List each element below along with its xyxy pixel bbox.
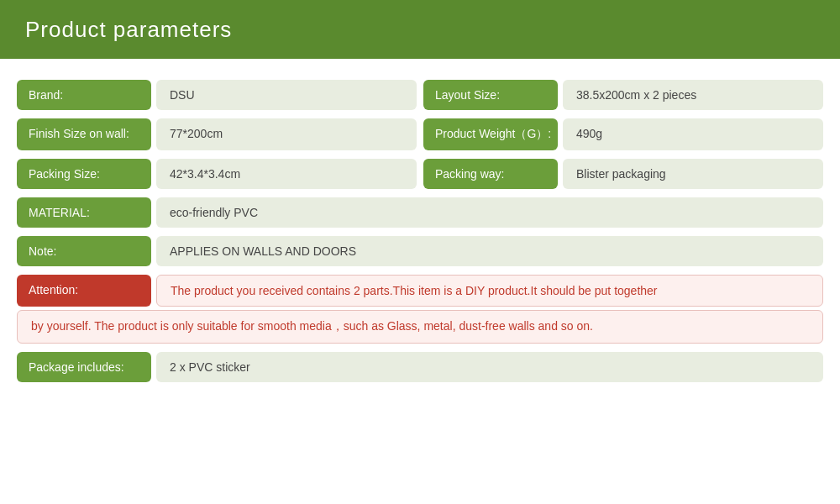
attention-row1: Attention: The product you received cont…	[17, 275, 823, 307]
packing-way-pair: Packing way: Blister packaging	[423, 159, 823, 189]
layout-pair: Layout Size: 38.5x200cm x 2 pieces	[423, 80, 823, 110]
row-finish-weight: Finish Size on wall: 77*200cm Product We…	[17, 118, 823, 150]
attention-value-line1: The product you received contains 2 part…	[156, 275, 823, 307]
material-value: eco-friendly PVC	[156, 197, 823, 228]
packing-size-label: Packing Size:	[17, 159, 151, 189]
finish-pair: Finish Size on wall: 77*200cm	[17, 118, 417, 150]
note-value: APPLIES ON WALLS AND DOORS	[156, 236, 823, 266]
packing-way-value: Blister packaging	[563, 159, 823, 189]
package-label: Package includes:	[17, 352, 151, 382]
row-material: MATERIAL: eco-friendly PVC	[17, 197, 823, 228]
content-area: Brand: DSU Layout Size: 38.5x200cm x 2 p…	[0, 59, 840, 403]
page-title: Product parameters	[25, 17, 232, 43]
finish-value: 77*200cm	[156, 118, 417, 150]
row-attention: Attention: The product you received cont…	[17, 275, 823, 344]
brand-label: Brand:	[17, 80, 151, 110]
brand-value: DSU	[156, 80, 417, 110]
layout-value: 38.5x200cm x 2 pieces	[563, 80, 823, 110]
finish-label: Finish Size on wall:	[17, 118, 151, 150]
weight-value: 490g	[563, 118, 823, 150]
packing-size-value: 42*3.4*3.4cm	[156, 159, 417, 189]
row-package: Package includes: 2 x PVC sticker	[17, 352, 823, 382]
weight-pair: Product Weight（G）: 490g	[423, 118, 823, 150]
attention-value-line2: by yourself. The product is only suitabl…	[17, 310, 823, 344]
attention-label: Attention:	[17, 275, 151, 307]
row-note: Note: APPLIES ON WALLS AND DOORS	[17, 236, 823, 266]
packing-size-pair: Packing Size: 42*3.4*3.4cm	[17, 159, 417, 189]
row-brand-layout: Brand: DSU Layout Size: 38.5x200cm x 2 p…	[17, 80, 823, 110]
weight-label: Product Weight（G）:	[423, 118, 558, 150]
note-label: Note:	[17, 236, 151, 266]
layout-label: Layout Size:	[423, 80, 558, 110]
packing-way-label: Packing way:	[423, 159, 558, 189]
page-header: Product parameters	[0, 0, 840, 59]
brand-pair: Brand: DSU	[17, 80, 417, 110]
material-label: MATERIAL:	[17, 197, 151, 228]
package-value: 2 x PVC sticker	[156, 352, 823, 382]
row-packing: Packing Size: 42*3.4*3.4cm Packing way: …	[17, 159, 823, 189]
